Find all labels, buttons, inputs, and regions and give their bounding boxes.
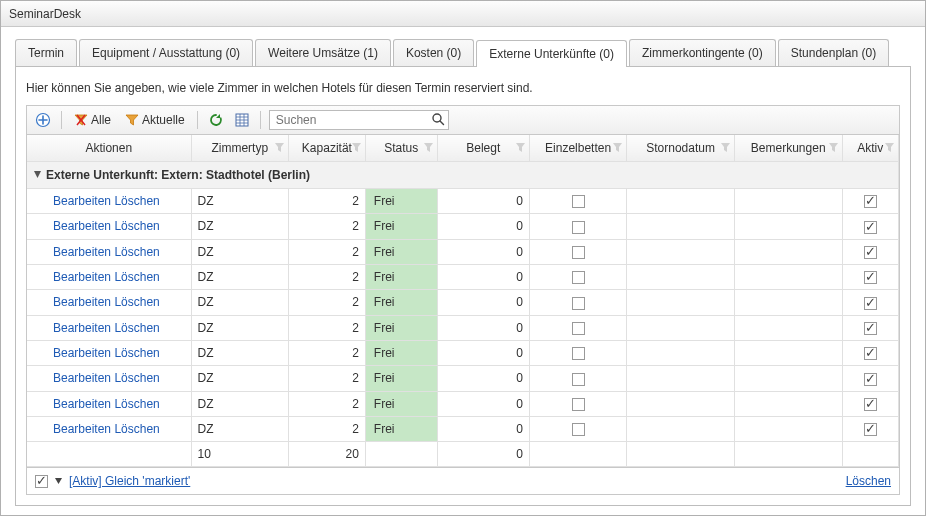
edit-link[interactable]: Bearbeiten (53, 194, 111, 208)
edit-link[interactable]: Bearbeiten (53, 270, 111, 284)
active-checkbox[interactable] (864, 246, 877, 259)
filter-icon[interactable] (829, 141, 838, 155)
active-checkbox[interactable] (864, 297, 877, 310)
col-header-status[interactable]: Status (365, 135, 437, 162)
filter-icon[interactable] (352, 141, 361, 155)
col-header-capacity[interactable]: Kapazität (288, 135, 365, 162)
cell-notes (734, 189, 842, 214)
cell-status: Frei (365, 189, 437, 214)
cell-active (842, 315, 898, 340)
singlebeds-checkbox[interactable] (572, 297, 585, 310)
tab-5[interactable]: Zimmerkontingente (0) (629, 39, 776, 66)
cell-roomtype: DZ (191, 264, 288, 289)
delete-link[interactable]: Löschen (114, 295, 159, 309)
delete-link[interactable]: Löschen (114, 397, 159, 411)
active-checkbox[interactable] (864, 373, 877, 386)
col-header-canceldate[interactable]: Stornodatum (627, 135, 735, 162)
delete-link[interactable]: Löschen (114, 194, 159, 208)
edit-link[interactable]: Bearbeiten (53, 295, 111, 309)
cell-roomtype: DZ (191, 366, 288, 391)
singlebeds-checkbox[interactable] (572, 423, 585, 436)
cell-status: Frei (365, 416, 437, 441)
active-checkbox[interactable] (864, 398, 877, 411)
filter-active-checkbox[interactable] (35, 475, 48, 488)
cell-active (842, 214, 898, 239)
active-checkbox[interactable] (864, 347, 877, 360)
col-header-notes[interactable]: Bemerkungen (734, 135, 842, 162)
tab-3[interactable]: Kosten (0) (393, 39, 474, 66)
singlebeds-checkbox[interactable] (572, 271, 585, 284)
delete-link[interactable]: Löschen (114, 346, 159, 360)
tab-0[interactable]: Termin (15, 39, 77, 66)
summary-occupied: 0 (437, 442, 529, 467)
add-icon[interactable] (33, 110, 53, 130)
edit-link[interactable]: Bearbeiten (53, 219, 111, 233)
filter-all-button[interactable]: Alle (70, 111, 115, 129)
tab-panel: Hier können Sie angeben, wie viele Zimme… (15, 67, 911, 506)
filter-icon[interactable] (721, 141, 730, 155)
search-input[interactable] (269, 110, 449, 130)
tab-6[interactable]: Stundenplan (0) (778, 39, 889, 66)
filter-icon[interactable] (516, 141, 525, 155)
edit-link[interactable]: Bearbeiten (53, 245, 111, 259)
delete-link[interactable]: Löschen (114, 245, 159, 259)
col-header-active[interactable]: Aktiv (842, 135, 898, 162)
cell-occupied: 0 (437, 290, 529, 315)
col-header-singlebeds[interactable]: Einzelbetten (529, 135, 626, 162)
edit-link[interactable]: Bearbeiten (53, 321, 111, 335)
singlebeds-checkbox[interactable] (572, 246, 585, 259)
singlebeds-checkbox[interactable] (572, 221, 585, 234)
delete-link[interactable]: Löschen (114, 219, 159, 233)
col-header-actions[interactable]: Aktionen (27, 135, 191, 162)
edit-link[interactable]: Bearbeiten (53, 371, 111, 385)
edit-link[interactable]: Bearbeiten (53, 422, 111, 436)
summary-count: 10 (191, 442, 288, 467)
collapse-icon[interactable] (33, 168, 42, 182)
cell-active (842, 340, 898, 365)
delete-link[interactable]: Löschen (114, 371, 159, 385)
filter-current-button[interactable]: Aktuelle (121, 111, 189, 129)
cell-capacity: 2 (288, 264, 365, 289)
table-row: Bearbeiten LöschenDZ2Frei0 (27, 366, 899, 391)
delete-link[interactable]: Löschen (114, 270, 159, 284)
singlebeds-checkbox[interactable] (572, 373, 585, 386)
active-checkbox[interactable] (864, 271, 877, 284)
cell-capacity: 2 (288, 416, 365, 441)
cell-capacity: 2 (288, 189, 365, 214)
singlebeds-checkbox[interactable] (572, 322, 585, 335)
filter-dropdown-icon[interactable] (54, 474, 63, 488)
cell-notes (734, 315, 842, 340)
footer-delete-link[interactable]: Löschen (846, 474, 891, 488)
active-checkbox[interactable] (864, 423, 877, 436)
cell-active (842, 366, 898, 391)
filter-expression-link[interactable]: [Aktiv] Gleich 'markiert' (69, 474, 190, 488)
edit-link[interactable]: Bearbeiten (53, 346, 111, 360)
refresh-icon[interactable] (206, 110, 226, 130)
tab-1[interactable]: Equipment / Ausstattung (0) (79, 39, 253, 66)
filter-icon[interactable] (424, 141, 433, 155)
active-checkbox[interactable] (864, 322, 877, 335)
edit-link[interactable]: Bearbeiten (53, 397, 111, 411)
tab-2[interactable]: Weitere Umsätze (1) (255, 39, 391, 66)
singlebeds-checkbox[interactable] (572, 195, 585, 208)
filter-icon[interactable] (885, 141, 894, 155)
cell-active (842, 239, 898, 264)
cell-active (842, 189, 898, 214)
columns-icon[interactable] (232, 110, 252, 130)
singlebeds-checkbox[interactable] (572, 347, 585, 360)
delete-link[interactable]: Löschen (114, 422, 159, 436)
col-header-occupied[interactable]: Belegt (437, 135, 529, 162)
group-row[interactable]: Externe Unterkunft: Extern: Stadthotel (… (27, 162, 899, 189)
filter-icon[interactable] (613, 141, 622, 155)
cell-occupied: 0 (437, 366, 529, 391)
tab-4[interactable]: Externe Unterkünfte (0) (476, 40, 627, 67)
filter-icon[interactable] (275, 141, 284, 155)
cell-status: Frei (365, 391, 437, 416)
singlebeds-checkbox[interactable] (572, 398, 585, 411)
active-checkbox[interactable] (864, 221, 877, 234)
delete-link[interactable]: Löschen (114, 321, 159, 335)
active-checkbox[interactable] (864, 195, 877, 208)
cell-occupied: 0 (437, 239, 529, 264)
col-header-roomtype[interactable]: Zimmertyp (191, 135, 288, 162)
cell-singlebeds (529, 340, 626, 365)
